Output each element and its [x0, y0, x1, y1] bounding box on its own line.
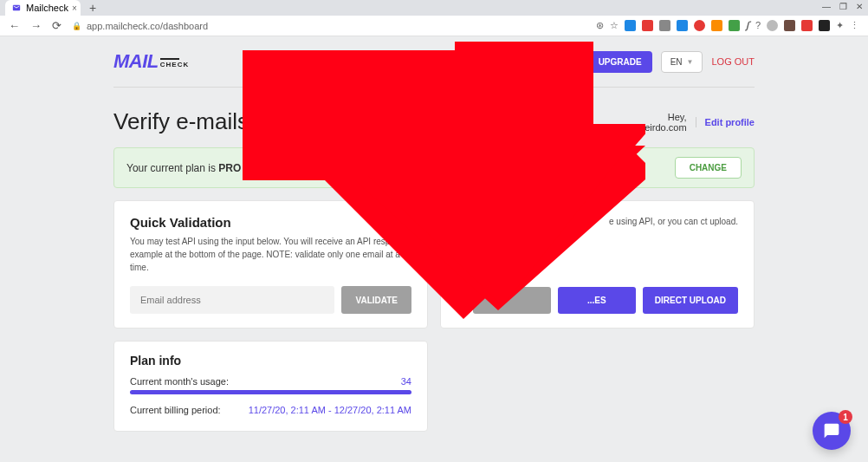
- user-greeting: Hey,: [574, 112, 686, 122]
- plan-info-title: Plan info: [130, 354, 411, 368]
- quick-validation-card: Quick Validation You may test API using …: [113, 200, 428, 329]
- maximize-icon[interactable]: ❐: [839, 2, 847, 11]
- nav-upload[interactable]: UPLOAD: [327, 56, 366, 67]
- tab-title: Mailcheck: [26, 3, 68, 13]
- plan-banner: Your current plan is PRO TIER CHANGE: [113, 147, 755, 188]
- email-input[interactable]: [130, 286, 334, 314]
- language-selector[interactable]: EN ▼: [661, 51, 703, 73]
- logout-link[interactable]: LOG OUT: [711, 56, 755, 67]
- card-description: You may test API using the input below. …: [130, 235, 411, 274]
- main-nav: DASHBOARD UPLOAD MY FILES API SETTINGS: [246, 56, 532, 67]
- sync-icon[interactable]: ⊛: [596, 20, 604, 31]
- ext-icon[interactable]: ʃ: [746, 20, 749, 31]
- logo-check: CHECK: [160, 61, 189, 68]
- upload-hidden-button[interactable]: ...ES: [558, 287, 636, 314]
- extensions-menu-icon[interactable]: ✦: [836, 20, 844, 31]
- logo-mail: MAIL: [113, 50, 159, 72]
- lang-label: EN: [670, 57, 683, 67]
- ext-icon[interactable]: [784, 20, 795, 31]
- usage-value: 34: [401, 376, 411, 387]
- close-window-icon[interactable]: ✕: [856, 2, 863, 11]
- ext-icon[interactable]: [711, 20, 722, 31]
- browser-toolbar: ← → ⟳ 🔒 app.mailcheck.co/dashboard ⊛ ☆ ʃ…: [0, 16, 868, 36]
- upload-desc-fragment: e using API, or you can ct upload.: [609, 215, 738, 228]
- chat-widget[interactable]: 1: [813, 412, 851, 450]
- ext-icon[interactable]: [729, 20, 740, 31]
- back-icon[interactable]: ←: [9, 19, 20, 32]
- plan-info-card: Plan info Current month's usage: 34 Curr…: [113, 341, 428, 432]
- upload-grey-button[interactable]: [473, 287, 551, 314]
- ext-icon[interactable]: [659, 20, 670, 31]
- new-tab-button[interactable]: +: [89, 1, 96, 15]
- validate-button[interactable]: VALIDATE: [341, 286, 411, 314]
- ext-icon[interactable]: [694, 20, 705, 31]
- window-controls: — ❐ ✕: [822, 2, 863, 11]
- chat-icon: [823, 422, 840, 439]
- chevron-down-icon: ▼: [687, 58, 694, 66]
- usage-progress-bar: [130, 390, 411, 394]
- minimize-icon[interactable]: —: [822, 2, 831, 11]
- app-header: MAILCHECK DASHBOARD UPLOAD MY FILES API …: [113, 50, 755, 88]
- user-info: Hey, weirdo@hitechweirdo.com Edit profil…: [574, 112, 755, 133]
- plan-prefix: Your current plan is: [126, 162, 218, 174]
- ext-icon[interactable]: [642, 20, 653, 31]
- close-icon[interactable]: ×: [72, 3, 77, 13]
- nav-myfiles[interactable]: MY FILES: [385, 56, 430, 67]
- forward-icon[interactable]: →: [30, 19, 42, 32]
- browser-tab-strip: Mailcheck × + — ❐ ✕: [0, 0, 868, 16]
- nav-api[interactable]: API: [449, 56, 464, 67]
- page-viewport: MAILCHECK DASHBOARD UPLOAD MY FILES API …: [0, 36, 868, 462]
- mail-icon: [12, 3, 21, 12]
- change-plan-button[interactable]: CHANGE: [675, 157, 742, 179]
- upload-card: e using API, or you can ct upload. ...ES…: [440, 200, 755, 329]
- logo[interactable]: MAILCHECK: [113, 50, 189, 73]
- edit-profile-link[interactable]: Edit profile: [696, 117, 755, 127]
- reload-icon[interactable]: ⟳: [52, 19, 62, 32]
- lock-icon: 🔒: [72, 22, 81, 30]
- ext-icon[interactable]: [677, 20, 688, 31]
- ext-icon[interactable]: [625, 20, 636, 31]
- page-title: Verify e-mails: [113, 108, 249, 135]
- star-icon[interactable]: ☆: [610, 20, 619, 31]
- browser-tab[interactable]: Mailcheck ×: [5, 0, 81, 16]
- plan-tier: PRO TIER: [218, 162, 268, 174]
- upgrade-button[interactable]: UPGRADE: [588, 51, 652, 73]
- billing-label: Current billing period:: [130, 405, 221, 415]
- usage-label: Current month's usage:: [130, 376, 229, 387]
- ext-icon[interactable]: [819, 20, 830, 31]
- ext-icon[interactable]: ?: [755, 20, 761, 31]
- chat-badge: 1: [839, 410, 852, 424]
- billing-value: 11/27/20, 2:11 AM - 12/27/20, 2:11 AM: [249, 405, 411, 415]
- url-text: app.mailcheck.co/dashboard: [87, 21, 208, 31]
- address-bar[interactable]: 🔒 app.mailcheck.co/dashboard: [72, 21, 586, 31]
- direct-upload-button[interactable]: DIRECT UPLOAD: [643, 287, 738, 314]
- ext-icon[interactable]: [801, 20, 813, 31]
- ext-icon[interactable]: [767, 20, 778, 31]
- extension-icons: ⊛ ☆ ʃ ? ✦ ⋮: [596, 20, 859, 31]
- user-email: weirdo@hitechweirdo.com: [574, 122, 686, 133]
- card-title: Quick Validation: [130, 215, 411, 230]
- kebab-icon[interactable]: ⋮: [850, 20, 859, 31]
- nav-dashboard[interactable]: DASHBOARD: [246, 56, 308, 67]
- nav-settings[interactable]: SETTINGS: [483, 56, 531, 67]
